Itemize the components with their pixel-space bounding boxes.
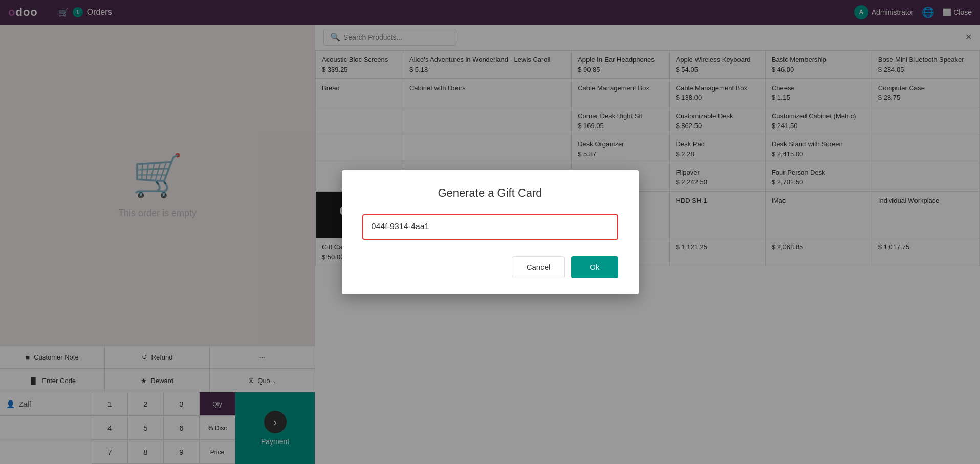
cancel-button[interactable]: Cancel	[512, 256, 565, 278]
gift-card-code-input[interactable]	[362, 214, 618, 240]
modal-overlay: Generate a Gift Card Cancel Ok	[0, 0, 980, 464]
modal-buttons: Cancel Ok	[362, 256, 618, 278]
ok-button[interactable]: Ok	[571, 256, 618, 278]
generate-gift-card-modal: Generate a Gift Card Cancel Ok	[342, 170, 639, 294]
modal-title: Generate a Gift Card	[362, 186, 618, 200]
